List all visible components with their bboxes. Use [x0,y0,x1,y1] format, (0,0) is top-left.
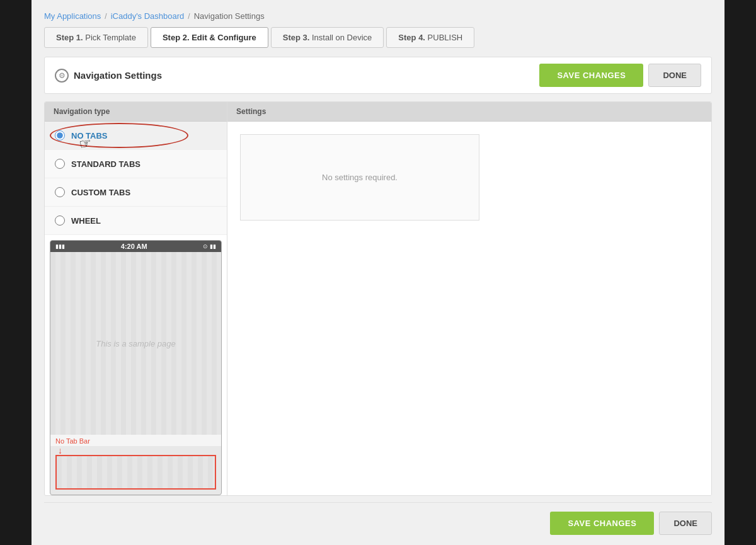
standard-tabs-label: STANDARD TABS [71,159,140,169]
no-tab-bar-label: No Tab Bar [50,435,221,446]
settings-header: Settings [227,102,711,122]
breadcrumb-dashboard[interactable]: iCaddy's Dashboard [111,11,185,21]
right-panel: Settings No settings required. [227,102,711,495]
phone-time: 4:20 AM [121,243,147,250]
bottom-bar: SAVE CHANGES DONE [44,502,712,539]
wheel-label: WHEEL [71,216,101,226]
sample-page-text: This is a sample page [96,339,175,348]
step3-button[interactable]: Step 3. Install on Device [271,27,384,48]
nav-option-no-tabs[interactable]: NO TABS [45,122,227,150]
breadcrumb-sep1: / [105,12,106,21]
no-settings-text: No settings required. [322,173,398,182]
no-tabs-wrapper: NO TABS ☞ [45,122,227,150]
no-tab-bar-arrow-icon: ↓ [50,446,221,455]
step1-button[interactable]: Step 1. Pick Template [44,27,148,48]
step4-button[interactable]: Step 4. PUBLISH [386,27,474,48]
header-bar: Navigation Settings SAVE CHANGES DONE [44,57,712,94]
no-settings-box: No settings required. [240,134,479,221]
breadcrumb: My Applications / iCaddy's Dashboard / N… [44,6,712,27]
radio-standard-tabs[interactable] [55,159,65,169]
left-panel: Navigation type NO TABS ☞ STANDARD TABS [45,102,227,495]
nav-options: NO TABS ☞ STANDARD TABS CUSTOM TABS [45,122,227,235]
save-changes-button-top[interactable]: SAVE CHANGES [539,64,643,87]
radio-custom-tabs[interactable] [55,187,65,197]
phone-preview: ▮▮▮ 4:20 AM ⊙ ▮▮ This is a sample page N… [50,240,222,495]
done-button-top[interactable]: DONE [648,64,701,87]
nav-option-wheel[interactable]: WHEEL [45,207,227,235]
radio-no-tabs[interactable] [55,130,65,141]
no-tabs-label: NO TABS [71,131,108,141]
signal-bars-icon: ▮▮▮ [55,243,65,250]
nav-option-custom-tabs[interactable]: CUSTOM TABS [45,178,227,207]
save-changes-button-bottom[interactable]: SAVE CHANGES [550,512,654,535]
main-container: My Applications / iCaddy's Dashboard / N… [32,0,724,545]
custom-tabs-label: CUSTOM TABS [71,188,130,197]
header-actions: SAVE CHANGES DONE [539,64,701,87]
breadcrumb-my-applications[interactable]: My Applications [44,11,101,21]
phone-status-bar: ▮▮▮ 4:20 AM ⊙ ▮▮ [50,241,221,252]
step2-button[interactable]: Step 2. Edit & Configure [151,27,268,48]
phone-status-right: ⊙ ▮▮ [203,243,216,250]
nav-option-standard-tabs[interactable]: STANDARD TABS [45,150,227,178]
no-tab-bar-area: No Tab Bar ↓ [50,435,221,490]
content-area: Navigation type NO TABS ☞ STANDARD TABS [44,101,712,496]
steps-bar: Step 1. Pick Template Step 2. Edit & Con… [44,27,712,48]
no-tab-bar-box [55,455,216,490]
breadcrumb-current: Navigation Settings [194,11,265,21]
page-title: Navigation Settings [74,70,162,81]
breadcrumb-sep2: / [188,12,190,21]
phone-status-left: ▮▮▮ [55,243,65,250]
done-button-bottom[interactable]: DONE [659,512,712,535]
right-panel-content: No settings required. [227,122,711,233]
header-bar-left: Navigation Settings [55,69,162,83]
phone-body: This is a sample page [50,252,221,435]
radio-wheel[interactable] [55,215,65,226]
navigation-settings-icon [55,69,69,83]
nav-type-header: Navigation type [45,102,227,122]
